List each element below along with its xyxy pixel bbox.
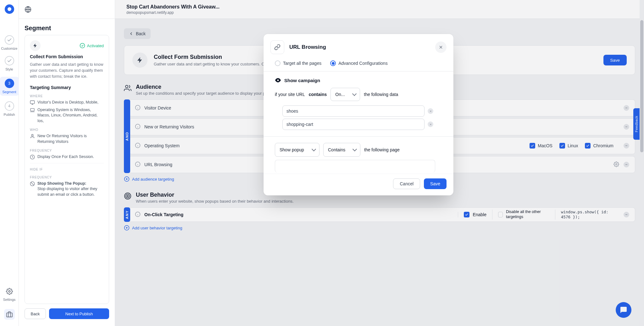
back-button[interactable]: Back <box>25 308 46 319</box>
step-label: Customize <box>1 47 18 50</box>
apps-button[interactable] <box>4 309 15 320</box>
step-label: Segment <box>2 90 16 94</box>
summary-row: Visitor's Device is Desktop, Mobile, <box>30 100 104 105</box>
clock-icon <box>30 155 35 160</box>
eye-icon <box>275 77 281 83</box>
svg-point-47 <box>277 80 279 81</box>
step-publish[interactable]: 4 Publish <box>0 101 19 116</box>
remove-value-button[interactable] <box>428 121 433 127</box>
modal-cancel-button[interactable]: Cancel <box>393 178 420 189</box>
summary-title: Targeting Summary <box>30 85 104 90</box>
card-description: Gather user data and start getting to kn… <box>30 62 104 79</box>
svg-rect-1 <box>6 313 12 317</box>
check-icon <box>7 37 12 42</box>
step-number: 3 <box>5 79 14 88</box>
url-browsing-modal: URL Browsing Target all the pages Advanc… <box>264 34 453 195</box>
radio-unchecked-icon <box>275 60 280 66</box>
section-frequency: FREQUENCY <box>30 149 104 152</box>
url-value-input[interactable]: shopping-cart <box>282 119 425 130</box>
section-hide-if: HIDE IF <box>30 168 104 171</box>
link-icon <box>270 40 284 54</box>
remove-value-button[interactable] <box>428 108 433 114</box>
radio-target-all-pages[interactable]: Target all the pages <box>275 60 321 66</box>
panel-title: Segment <box>19 19 115 35</box>
condition-select[interactable]: On... <box>330 88 360 101</box>
next-to-publish-button[interactable]: Next to Publish <box>49 308 109 319</box>
svg-rect-8 <box>31 108 34 111</box>
step-number: 4 <box>5 101 14 111</box>
section-where: WHERE <box>30 94 104 98</box>
summary-row: Display Once For Each Session. <box>30 154 104 160</box>
radio-checked-icon <box>330 60 336 66</box>
svg-point-4 <box>80 43 85 48</box>
radio-advanced-configurations[interactable]: Advanced Configurations <box>330 60 387 66</box>
user-icon <box>30 134 35 139</box>
svg-rect-5 <box>30 101 34 104</box>
step-style[interactable]: Style <box>0 56 19 71</box>
lightning-icon <box>30 40 41 51</box>
criteria-suffix: the following data <box>364 92 398 97</box>
svg-point-10 <box>31 134 33 136</box>
summary-row: Operating System is Windows, Macos, Linu… <box>30 107 104 124</box>
section-frequency: FREQUENCY <box>30 176 104 179</box>
gear-icon <box>6 288 13 295</box>
summary-row: New Or Returning Visitors is Returning V… <box>30 133 104 144</box>
criteria-prefix: if your site URL <box>275 92 305 97</box>
step-customize[interactable]: Customize <box>0 35 19 50</box>
card-title: Collect Form Submission <box>30 54 104 59</box>
settings-button[interactable] <box>6 288 13 296</box>
close-icon <box>438 45 443 50</box>
globe-icon <box>25 6 31 13</box>
action-select[interactable]: Show popup <box>275 143 319 157</box>
show-campaign-label: Show campaign <box>284 78 320 83</box>
criteria-suffix: the following page <box>364 147 400 152</box>
criteria-contains: contains <box>309 92 327 97</box>
svg-point-0 <box>8 290 10 292</box>
activated-label: Activated <box>87 43 104 48</box>
match-select[interactable]: Contains <box>323 143 360 157</box>
modal-close-button[interactable] <box>435 42 447 53</box>
close-icon <box>429 110 432 113</box>
slash-icon <box>30 181 35 186</box>
monitor-icon <box>30 100 35 105</box>
modal-save-button[interactable]: Save <box>424 178 447 189</box>
step-label: Publish <box>3 113 15 116</box>
laptop-icon <box>30 108 35 113</box>
close-icon <box>429 123 432 126</box>
step-label: Style <box>5 67 13 71</box>
modal-title: URL Browsing <box>289 44 326 50</box>
check-icon <box>7 58 12 63</box>
activated-badge: Activated <box>80 43 104 48</box>
svg-line-13 <box>31 182 34 185</box>
url-value-input[interactable]: shoes <box>282 105 425 117</box>
settings-label: Settings <box>3 298 16 301</box>
summary-row: Stop Showing The Popup:Stop displaying t… <box>30 181 104 198</box>
briefcase-icon <box>6 311 13 318</box>
section-who: WHO <box>30 128 104 132</box>
step-segment[interactable]: 3 Segment <box>0 77 19 96</box>
page-value-input[interactable] <box>275 160 435 172</box>
app-logo[interactable] <box>5 4 14 14</box>
